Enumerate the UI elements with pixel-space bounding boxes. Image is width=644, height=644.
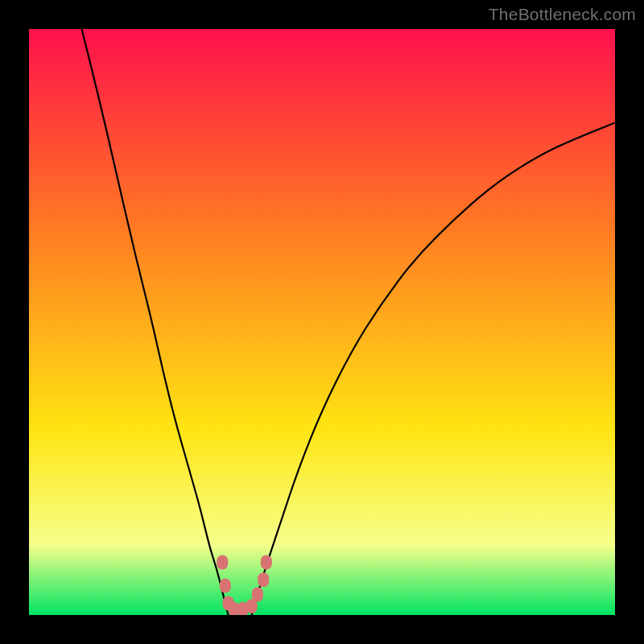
chart-svg [29,29,615,615]
marker-0 [217,555,228,569]
watermark-text: TheBottleneck.com [489,5,636,24]
svg-rect-0 [29,29,615,615]
marker-7 [258,572,269,587]
plot-area [29,29,615,615]
marker-1 [220,579,231,593]
marker-8 [261,555,272,569]
marker-6 [252,588,263,602]
chart-frame: TheBottleneck.com [0,0,644,644]
